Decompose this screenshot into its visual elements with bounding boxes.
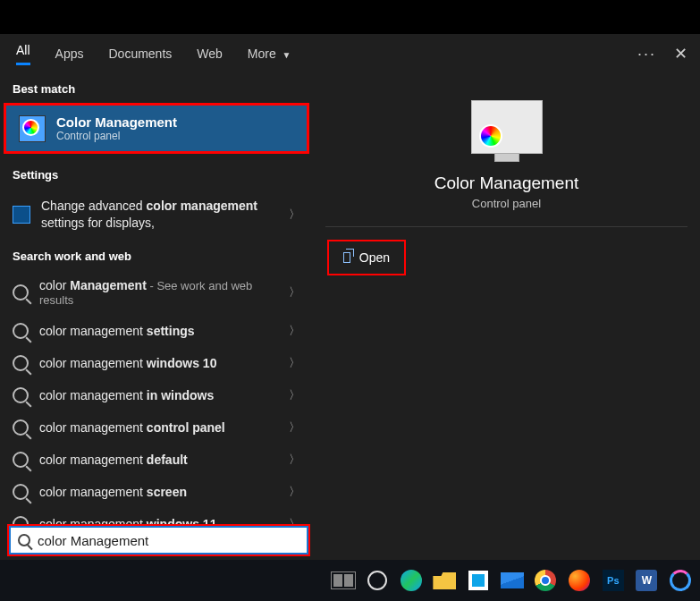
- web-result-text: color management control panel: [39, 420, 289, 435]
- search-box[interactable]: [9, 526, 308, 554]
- section-best-match: Best match: [0, 73, 313, 103]
- taskview-icon[interactable]: [329, 566, 358, 595]
- search-icon: [13, 355, 29, 371]
- web-result[interactable]: color management windows 10 〉: [0, 347, 313, 379]
- taskbar: Ps W: [0, 560, 700, 601]
- section-settings: Settings: [0, 159, 313, 189]
- web-result-text: color Management - See work and web resu…: [39, 278, 289, 307]
- settings-result-text: Change advanced color management setting…: [41, 198, 289, 232]
- search-icon: [13, 284, 29, 300]
- chrome-icon[interactable]: [532, 566, 561, 595]
- chevron-right-icon: 〉: [289, 452, 300, 468]
- photoshop-icon[interactable]: Ps: [599, 566, 628, 595]
- chevron-down-icon: ▼: [280, 50, 291, 60]
- search-icon: [13, 323, 29, 339]
- chevron-right-icon: 〉: [289, 484, 300, 500]
- web-result[interactable]: color management settings 〉: [0, 315, 313, 347]
- web-result[interactable]: color management screen 〉: [0, 476, 313, 508]
- search-tabs: All Apps Documents Web More ▼ ··· ✕: [0, 34, 700, 73]
- chevron-right-icon: 〉: [289, 419, 300, 436]
- open-button[interactable]: Open: [327, 240, 406, 275]
- word-icon[interactable]: W: [633, 566, 662, 595]
- best-match-result[interactable]: Color Management Control panel: [4, 103, 309, 154]
- display-settings-icon: [13, 206, 30, 224]
- search-icon: [13, 484, 29, 500]
- color-management-icon: [19, 115, 46, 142]
- color-management-large-icon: [471, 100, 543, 154]
- web-result-text: color management settings: [39, 324, 289, 338]
- chevron-right-icon: 〉: [289, 284, 300, 300]
- close-icon[interactable]: ✕: [674, 44, 687, 63]
- web-result-top[interactable]: color Management - See work and web resu…: [0, 270, 313, 315]
- open-icon: [343, 252, 350, 263]
- results-panel: Best match Color Management Control pane…: [0, 73, 313, 560]
- best-match-subtitle: Control panel: [56, 130, 177, 142]
- tab-more[interactable]: More ▼: [248, 39, 291, 68]
- more-options-icon[interactable]: ···: [637, 45, 656, 63]
- web-result-text: color management windows 10: [39, 356, 289, 370]
- search-input[interactable]: [38, 533, 299, 548]
- chevron-right-icon: 〉: [289, 207, 300, 223]
- cortana-icon[interactable]: [363, 566, 392, 595]
- web-result-text: color management in windows: [39, 388, 289, 402]
- search-icon: [13, 419, 29, 436]
- tab-apps[interactable]: Apps: [55, 39, 84, 68]
- preview-subtitle: Control panel: [472, 197, 541, 210]
- search-icon: [13, 387, 29, 403]
- web-result-text: color management default: [39, 453, 289, 467]
- section-search-work-web: Search work and web: [0, 241, 313, 270]
- file-explorer-icon[interactable]: [431, 566, 460, 595]
- mail-icon[interactable]: [498, 566, 527, 595]
- preview-panel: Color Management Control panel Open: [313, 73, 700, 560]
- web-result[interactable]: color management default 〉: [0, 444, 313, 476]
- chevron-right-icon: 〉: [289, 323, 300, 339]
- tab-all[interactable]: All: [16, 36, 30, 72]
- best-match-title: Color Management: [56, 114, 177, 130]
- web-result[interactable]: color management in windows 〉: [0, 379, 313, 411]
- tab-documents[interactable]: Documents: [108, 39, 172, 68]
- search-icon: [13, 452, 29, 468]
- firefox-icon[interactable]: [565, 566, 594, 595]
- tab-web[interactable]: Web: [197, 39, 223, 68]
- microsoft-store-icon[interactable]: [464, 566, 493, 595]
- open-label: Open: [359, 250, 390, 265]
- app-icon[interactable]: [666, 566, 695, 595]
- web-result[interactable]: color management control panel 〉: [0, 411, 313, 444]
- search-icon: [18, 534, 30, 546]
- edge-icon[interactable]: [397, 566, 426, 595]
- chevron-right-icon: 〉: [289, 387, 300, 403]
- settings-result[interactable]: Change advanced color management setting…: [0, 189, 313, 241]
- preview-title: Color Management: [434, 174, 579, 193]
- web-result-text: color management screen: [39, 485, 289, 499]
- chevron-right-icon: 〉: [289, 355, 300, 371]
